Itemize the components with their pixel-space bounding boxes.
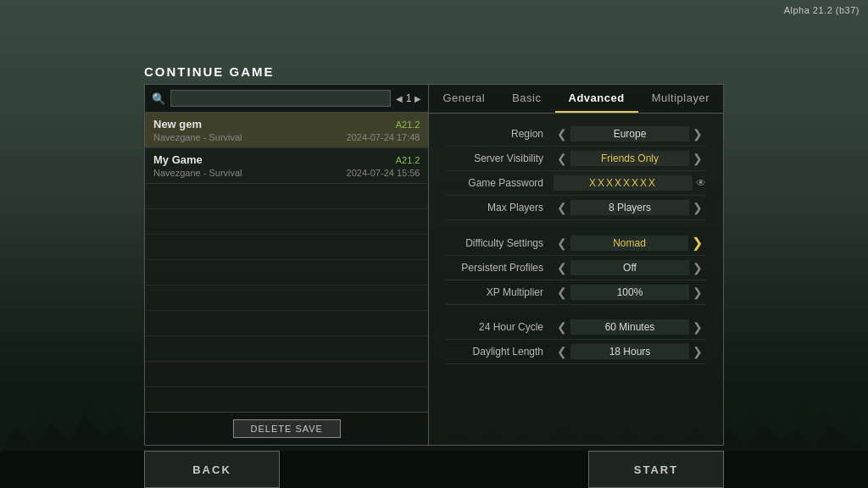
server-visibility-value: Friends Only [570, 151, 689, 166]
daylight-length-control: ❮ 18 Hours ❯ [554, 344, 706, 359]
xp-multiplier-next-arrow[interactable]: ❯ [689, 286, 706, 299]
game-map: Navezgane - Survival [153, 132, 242, 142]
game-list: New gem A21.2 Navezgane - Survival 2024-… [145, 113, 428, 412]
region-prev-arrow[interactable]: ❮ [554, 127, 570, 141]
right-panel: General Basic Advanced Multiplayer Regio… [429, 85, 723, 445]
game-map: Navezgane - Survival [153, 168, 242, 178]
empty-row [145, 286, 428, 311]
game-name: My Game [153, 153, 203, 166]
region-value: Europe [570, 126, 689, 141]
game-item[interactable]: My Game A21.2 Navezgane - Survival 2024-… [145, 148, 428, 184]
daylight-length-prev-arrow[interactable]: ❮ [554, 345, 570, 358]
difficulty-next-arrow[interactable]: ❯ [688, 235, 706, 251]
daylight-length-next-arrow[interactable]: ❯ [689, 345, 706, 358]
game-password-row: Game Password XXXXXXXX 👁 [446, 171, 706, 196]
max-players-prev-arrow[interactable]: ❮ [554, 201, 570, 214]
xp-multiplier-row: XP Multiplier ❮ 100% ❯ [446, 280, 706, 305]
version-badge: Alpha 21.2 (b37) [784, 5, 860, 15]
persistent-profiles-value: Off [570, 260, 689, 275]
empty-row [145, 260, 428, 286]
settings-content: Region ❮ Europe ❯ Server Visibility ❮ Fr… [429, 114, 723, 445]
game-password-control: XXXXXXXX 👁 [554, 175, 706, 191]
xp-multiplier-label: XP Multiplier [446, 286, 554, 298]
delete-save-button[interactable]: DELETE SAVE [233, 419, 341, 438]
game-version: A21.2 [396, 119, 420, 130]
persistent-profiles-row: Persistent Profiles ❮ Off ❯ [446, 256, 706, 280]
back-button[interactable]: BACK [144, 451, 280, 488]
difficulty-control: ❮ Nomad ❯ [554, 235, 706, 251]
page-prev-arrow[interactable]: ◀ [396, 94, 403, 103]
hour-cycle-control: ❮ 60 Minutes ❯ [554, 319, 706, 335]
persistent-profiles-label: Persistent Profiles [446, 262, 554, 274]
bottom-bar: BACK START [144, 451, 724, 488]
empty-row [145, 209, 428, 235]
region-row: Region ❮ Europe ❯ [446, 122, 706, 147]
content-area: 🔍 ◀ 1 ▶ New gem A21.2 Navezgane - Surviv… [144, 84, 724, 446]
hour-cycle-row: 24 Hour Cycle ❮ 60 Minutes ❯ [446, 315, 706, 340]
game-password-value: XXXXXXXX [554, 175, 693, 191]
empty-row [145, 362, 428, 387]
difficulty-row: Difficulty Settings ❮ Nomad ❯ [446, 230, 706, 256]
difficulty-prev-arrow[interactable]: ❮ [554, 236, 570, 250]
max-players-next-arrow[interactable]: ❯ [689, 201, 706, 214]
hour-cycle-prev-arrow[interactable]: ❮ [554, 320, 570, 334]
left-panel: 🔍 ◀ 1 ▶ New gem A21.2 Navezgane - Surviv… [145, 85, 429, 445]
game-name: New gem [153, 118, 202, 130]
game-version: A21.2 [396, 155, 420, 165]
daylight-length-value: 18 Hours [570, 344, 689, 359]
hour-cycle-next-arrow[interactable]: ❯ [689, 320, 706, 334]
server-visibility-control: ❮ Friends Only ❯ [554, 151, 706, 166]
search-bar: 🔍 ◀ 1 ▶ [145, 85, 428, 113]
tabs-row: General Basic Advanced Multiplayer [429, 85, 723, 114]
server-visibility-prev-arrow[interactable]: ❮ [554, 152, 570, 165]
empty-row [145, 336, 428, 362]
hour-cycle-label: 24 Hour Cycle [446, 321, 554, 333]
game-password-label: Game Password [446, 177, 554, 189]
page-next-arrow[interactable]: ▶ [415, 94, 421, 103]
max-players-row: Max Players ❮ 8 Players ❯ [446, 196, 706, 220]
page-indicator: ◀ 1 ▶ [396, 92, 422, 104]
max-players-label: Max Players [446, 202, 554, 214]
empty-row [145, 235, 428, 260]
tab-multiplayer[interactable]: Multiplayer [638, 85, 723, 113]
server-visibility-label: Server Visibility [446, 152, 554, 164]
persistent-profiles-prev-arrow[interactable]: ❮ [554, 261, 570, 274]
game-date: 2024-07-24 15:56 [347, 168, 420, 178]
tab-advanced[interactable]: Advanced [555, 85, 638, 113]
max-players-value: 8 Players [570, 200, 689, 215]
daylight-length-row: Daylight Length ❮ 18 Hours ❯ [446, 340, 706, 364]
difficulty-value: Nomad [570, 236, 688, 251]
region-next-arrow[interactable]: ❯ [689, 127, 706, 141]
daylight-length-label: Daylight Length [446, 346, 554, 358]
search-input[interactable] [170, 90, 391, 107]
search-icon: 🔍 [152, 92, 165, 105]
main-container: CONTINUE GAME 🔍 ◀ 1 ▶ New gem A21.2 [144, 58, 724, 446]
page-title: CONTINUE GAME [144, 58, 724, 84]
delete-btn-row: DELETE SAVE [145, 412, 428, 445]
region-control: ❮ Europe ❯ [554, 126, 706, 141]
spacer [446, 305, 706, 315]
xp-multiplier-control: ❮ 100% ❯ [554, 285, 706, 300]
region-label: Region [446, 128, 554, 140]
persistent-profiles-control: ❮ Off ❯ [554, 260, 706, 275]
xp-multiplier-prev-arrow[interactable]: ❮ [554, 286, 570, 299]
game-item[interactable]: New gem A21.2 Navezgane - Survival 2024-… [145, 113, 428, 148]
page-number: 1 [406, 92, 412, 104]
tab-general[interactable]: General [429, 85, 498, 113]
persistent-profiles-next-arrow[interactable]: ❯ [689, 261, 706, 274]
show-password-icon[interactable]: 👁 [696, 177, 706, 189]
server-visibility-next-arrow[interactable]: ❯ [689, 152, 706, 165]
empty-row [145, 184, 428, 209]
game-date: 2024-07-24 17:48 [347, 132, 420, 142]
spacer [446, 220, 706, 230]
server-visibility-row: Server Visibility ❮ Friends Only ❯ [446, 147, 706, 171]
hour-cycle-value: 60 Minutes [570, 319, 689, 335]
tab-basic[interactable]: Basic [498, 85, 554, 113]
max-players-control: ❮ 8 Players ❯ [554, 200, 706, 215]
difficulty-label: Difficulty Settings [446, 237, 554, 249]
start-button[interactable]: START [588, 451, 724, 488]
empty-row [145, 311, 428, 336]
xp-multiplier-value: 100% [570, 285, 689, 300]
